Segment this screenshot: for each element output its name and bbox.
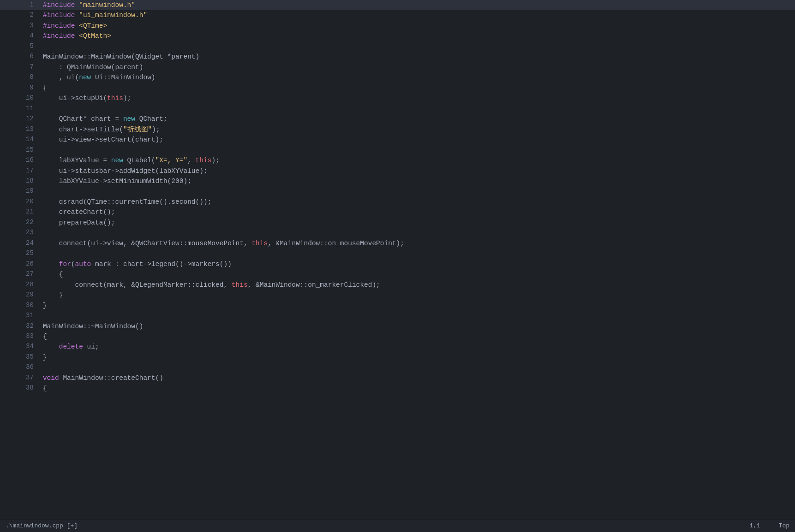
line-content: #include "ui_mainwindow.h" xyxy=(41,10,795,20)
code-line: 37void MainWindow::createChart() xyxy=(0,373,795,383)
line-content: labXYValue->setMinimumWidth(200); xyxy=(41,176,795,186)
line-content xyxy=(41,362,795,372)
line-number: 14 xyxy=(0,135,41,145)
line-number: 29 xyxy=(0,290,41,300)
code-line: 28 connect(mark, &QLegendMarker::clicked… xyxy=(0,280,795,290)
line-number: 26 xyxy=(0,259,41,269)
code-line: 36 xyxy=(0,362,795,372)
code-line: 16 labXYValue = new QLabel("X=, Y=", thi… xyxy=(0,155,795,166)
code-table: 1#include "mainwindow.h"2#include "ui_ma… xyxy=(0,0,795,394)
line-number: 25 xyxy=(0,248,41,259)
line-number: 22 xyxy=(0,218,41,228)
code-line: 10 ui->setupUi(this); xyxy=(0,93,795,103)
line-number: 23 xyxy=(0,228,41,238)
line-number: 20 xyxy=(0,197,41,207)
line-content: { xyxy=(41,383,795,393)
code-line: 20 qsrand(QTime::currentTime().second())… xyxy=(0,197,795,207)
scroll-position: Top xyxy=(779,522,789,529)
line-number: 6 xyxy=(0,52,41,62)
code-line: 26 for(auto mark : chart->legend()->mark… xyxy=(0,259,795,269)
line-content: { xyxy=(41,331,795,342)
line-content: } xyxy=(41,290,795,300)
line-content: , ui(new Ui::MainWindow) xyxy=(41,72,795,83)
line-number: 10 xyxy=(0,93,41,103)
line-number: 16 xyxy=(0,155,41,166)
line-number: 19 xyxy=(0,186,41,196)
line-number: 30 xyxy=(0,301,41,311)
code-line: 30} xyxy=(0,301,795,311)
line-content: ui->setupUi(this); xyxy=(41,93,795,103)
line-number: 35 xyxy=(0,352,41,362)
line-number: 36 xyxy=(0,362,41,372)
line-content xyxy=(41,228,795,238)
code-line: 5 xyxy=(0,41,795,52)
line-number: 4 xyxy=(0,31,41,41)
line-content xyxy=(41,145,795,155)
filename-label: .\mainwindow.cpp [+] xyxy=(6,522,78,529)
code-line: 25 xyxy=(0,248,795,259)
line-content: for(auto mark : chart->legend()->markers… xyxy=(41,259,795,269)
line-content: QChart* chart = new QChart; xyxy=(41,114,795,124)
code-line: 14 ui->view->setChart(chart); xyxy=(0,135,795,145)
line-number: 1 xyxy=(0,0,41,10)
code-line: 24 connect(ui->view, &QWChartView::mouse… xyxy=(0,238,795,248)
line-number: 13 xyxy=(0,124,41,135)
line-number: 9 xyxy=(0,83,41,93)
line-content: void MainWindow::createChart() xyxy=(41,373,795,383)
line-number: 27 xyxy=(0,269,41,279)
code-line: 35} xyxy=(0,352,795,362)
code-line: 1#include "mainwindow.h" xyxy=(0,0,795,10)
line-content: connect(ui->view, &QWChartView::mouseMov… xyxy=(41,238,795,248)
code-line: 21 createChart(); xyxy=(0,207,795,217)
code-line: 32MainWindow::~MainWindow() xyxy=(0,321,795,331)
line-number: 2 xyxy=(0,10,41,20)
code-line: 4#include <QtMath> xyxy=(0,31,795,41)
line-content: qsrand(QTime::currentTime().second()); xyxy=(41,197,795,207)
line-number: 38 xyxy=(0,383,41,393)
line-content: ui->statusbar->addWidget(labXYValue); xyxy=(41,166,795,176)
line-number: 12 xyxy=(0,114,41,124)
line-number: 3 xyxy=(0,21,41,31)
line-content: labXYValue = new QLabel("X=, Y=", this); xyxy=(41,155,795,166)
code-line: 11 xyxy=(0,104,795,114)
line-content: { xyxy=(41,269,795,279)
code-line: 12 QChart* chart = new QChart; xyxy=(0,114,795,124)
code-line: 9{ xyxy=(0,83,795,93)
cursor-position: 1,1 xyxy=(749,522,760,529)
code-line: 18 labXYValue->setMinimumWidth(200); xyxy=(0,176,795,186)
line-number: 18 xyxy=(0,176,41,186)
line-content: prepareData(); xyxy=(41,218,795,228)
line-number: 33 xyxy=(0,331,41,342)
code-line: 2#include "ui_mainwindow.h" xyxy=(0,10,795,20)
line-content: createChart(); xyxy=(41,207,795,217)
line-content: #include <QTime> xyxy=(41,21,795,31)
code-line: 31 xyxy=(0,311,795,321)
status-bar: .\mainwindow.cpp [+] 1,1 Top xyxy=(0,519,795,532)
code-line: 23 xyxy=(0,228,795,238)
line-content: } xyxy=(41,352,795,362)
line-number: 7 xyxy=(0,62,41,72)
code-line: 17 ui->statusbar->addWidget(labXYValue); xyxy=(0,166,795,176)
line-content: chart->setTitle("折线图"); xyxy=(41,124,795,135)
code-line: 29 } xyxy=(0,290,795,300)
line-content: MainWindow::~MainWindow() xyxy=(41,321,795,331)
code-line: 13 chart->setTitle("折线图"); xyxy=(0,124,795,135)
code-line: 8 , ui(new Ui::MainWindow) xyxy=(0,72,795,83)
code-line: 22 prepareData(); xyxy=(0,218,795,228)
line-content: #include "mainwindow.h" xyxy=(41,0,795,10)
line-content: delete ui; xyxy=(41,342,795,352)
line-content: } xyxy=(41,301,795,311)
line-content xyxy=(41,186,795,196)
line-content: : QMainWindow(parent) xyxy=(41,62,795,72)
line-number: 28 xyxy=(0,280,41,290)
line-number: 5 xyxy=(0,41,41,52)
code-line: 38{ xyxy=(0,383,795,393)
line-number: 24 xyxy=(0,238,41,248)
line-number: 31 xyxy=(0,311,41,321)
line-number: 15 xyxy=(0,145,41,155)
line-content: #include <QtMath> xyxy=(41,31,795,41)
code-line: 6MainWindow::MainWindow(QWidget *parent) xyxy=(0,52,795,62)
line-number: 37 xyxy=(0,373,41,383)
line-content: ui->view->setChart(chart); xyxy=(41,135,795,145)
code-line: 3#include <QTime> xyxy=(0,21,795,31)
